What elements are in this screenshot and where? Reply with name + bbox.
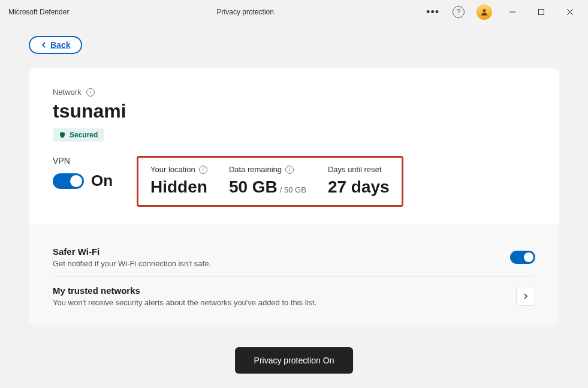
stats-highlight-box: Your location i Hidden Data remaining i …	[137, 156, 403, 207]
vpn-toggle-row: On	[53, 172, 137, 190]
toast-notification: Privacy protection On	[235, 347, 354, 374]
network-section-label: Network	[53, 88, 82, 97]
person-icon	[480, 8, 489, 16]
page-title: Privacy protection	[69, 8, 421, 16]
secured-badge: Secured	[53, 128, 104, 142]
card-lower: Safer Wi-Fi Get notified if your Wi-Fi c…	[29, 224, 559, 325]
network-label-row: Network i	[53, 88, 535, 97]
more-icon[interactable]: •••	[421, 6, 444, 19]
stat-reset: Days until reset 27 days	[328, 165, 390, 197]
svg-point-0	[483, 9, 486, 12]
back-button[interactable]: Back	[29, 36, 82, 54]
content-area: Back Network i tsunami Secured VPN On	[0, 24, 588, 325]
vpn-status-text: On	[91, 172, 113, 190]
stat-location-label: Your location i	[150, 165, 207, 174]
title-bar: Microsoft Defender Privacy protection ••…	[0, 0, 588, 24]
network-name: tsunami	[53, 100, 535, 122]
info-icon[interactable]: i	[86, 88, 95, 97]
safer-wifi-toggle[interactable]	[510, 251, 535, 264]
stat-data: Data remaining i 50 GB/ 50 GB	[229, 165, 306, 197]
stats-row: VPN On Your location i Hidden	[53, 156, 535, 207]
chevron-left-icon	[41, 42, 47, 48]
stat-reset-value: 27 days	[328, 178, 390, 197]
safer-wifi-title: Safer Wi-Fi	[53, 246, 510, 257]
help-icon[interactable]: ?	[453, 6, 465, 18]
avatar[interactable]	[477, 4, 492, 20]
trusted-networks-row[interactable]: My trusted networks You won't receive se…	[53, 277, 535, 315]
title-bar-controls: ••• ?	[421, 2, 582, 22]
info-icon[interactable]: i	[199, 166, 207, 174]
minimize-button[interactable]	[500, 2, 524, 22]
stat-data-value: 50 GB/ 50 GB	[229, 178, 306, 197]
shield-icon	[59, 131, 66, 139]
vpn-label: VPN	[53, 156, 137, 166]
toast-text: Privacy protection On	[254, 356, 334, 365]
info-icon[interactable]: i	[285, 166, 294, 174]
maximize-button[interactable]	[529, 2, 553, 22]
stat-location: Your location i Hidden	[150, 165, 207, 197]
option-text: Safer Wi-Fi Get notified if your Wi-Fi c…	[53, 246, 510, 268]
secured-label: Secured	[70, 131, 98, 139]
safer-wifi-row: Safer Wi-Fi Get notified if your Wi-Fi c…	[53, 238, 535, 277]
trusted-desc: You won't receive security alerts about …	[53, 298, 516, 307]
vpn-block: VPN On	[53, 156, 137, 190]
chevron-right-icon	[523, 293, 529, 299]
close-button[interactable]	[558, 2, 582, 22]
app-name: Microsoft Defender	[8, 8, 69, 16]
privacy-card: Network i tsunami Secured VPN On	[29, 68, 559, 325]
safer-wifi-desc: Get notified if your Wi-Fi connection is…	[53, 259, 510, 268]
back-label: Back	[50, 40, 70, 50]
svg-rect-2	[539, 10, 544, 15]
stat-data-label: Data remaining i	[229, 165, 306, 174]
trusted-chevron-button[interactable]	[516, 287, 535, 306]
stat-reset-label: Days until reset	[328, 165, 390, 174]
vpn-toggle[interactable]	[53, 173, 84, 189]
stat-location-value: Hidden	[150, 178, 207, 197]
option-text: My trusted networks You won't receive se…	[53, 285, 516, 307]
trusted-title: My trusted networks	[53, 285, 516, 296]
card-upper: Network i tsunami Secured VPN On	[29, 68, 559, 224]
